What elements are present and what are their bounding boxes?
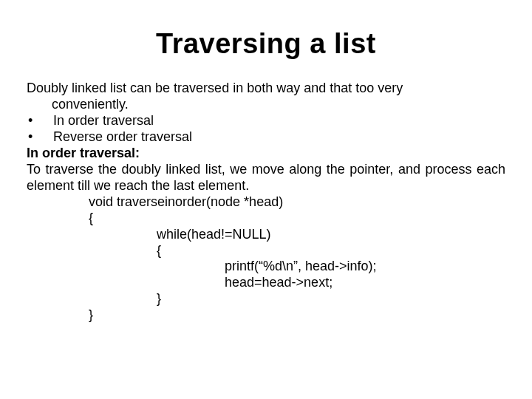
bullet-dot-icon: • [27,129,38,146]
code-line-8: } [27,307,505,324]
code-line-3: while(head!=NULL) [27,227,505,243]
slide-title: Traversing a list [27,28,505,60]
paragraph: To traverse the doubly linked list, we m… [27,162,505,194]
code-line-6: head=head->next; [27,275,505,291]
code-line-7: } [27,291,505,307]
intro-text-line1: Doubly linked list can be traversed in b… [27,81,505,97]
code-line-2: { [27,211,505,227]
slide: Traversing a list Doubly linked list can… [0,0,532,399]
slide-body: Doubly linked list can be traversed in b… [27,81,505,324]
bullet-text-2: Reverse order traversal [53,129,505,146]
bullet-dot-icon: • [27,113,38,129]
bullet-item-1: • In order traversal [27,113,505,129]
intro-text-line2: conveniently. [27,97,505,113]
bullet-text-1: In order traversal [53,113,505,129]
code-line-4: { [27,243,505,259]
bullet-item-2: • Reverse order traversal [27,129,505,146]
code-line-5: printf(“%d\n”, head->info); [27,259,505,275]
code-line-1: void traverseinorder(node *head) [27,194,505,211]
subheading: In order traversal: [27,146,505,162]
